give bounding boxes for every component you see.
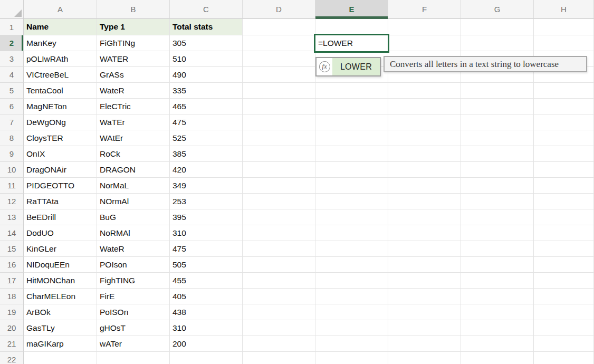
row-header-8[interactable]: 8 (0, 130, 24, 146)
cell-C19[interactable]: 438 (170, 304, 243, 320)
cell-F12[interactable] (388, 194, 461, 209)
cell-G14[interactable] (461, 225, 534, 241)
cell-C17[interactable]: 455 (170, 273, 243, 289)
row-header-3[interactable]: 3 (0, 51, 24, 67)
cell-A13[interactable]: BeEDrill (24, 209, 97, 225)
column-header-H[interactable]: H (534, 0, 594, 19)
cell-A16[interactable]: NIDoquEEn (24, 257, 97, 273)
cell-A15[interactable]: KinGLer (24, 241, 97, 257)
cell-C1[interactable]: Total stats (170, 19, 243, 35)
select-all-corner[interactable] (0, 0, 24, 19)
cell-B15[interactable]: WateR (97, 241, 170, 257)
cell-C2[interactable]: 305 (170, 35, 243, 51)
cell-H22[interactable] (534, 352, 594, 364)
cell-A18[interactable]: CharMELEon (24, 289, 97, 304)
cell-H7[interactable] (534, 114, 594, 130)
cell-F19[interactable] (388, 304, 461, 320)
cell-B5[interactable]: WateR (97, 83, 170, 99)
cell-A2[interactable]: ManKey (24, 35, 97, 51)
cell-E7[interactable] (315, 114, 388, 130)
cell-D12[interactable] (243, 194, 315, 209)
cell-F2[interactable] (388, 35, 461, 51)
cell-H20[interactable] (534, 320, 594, 336)
cell-E15[interactable] (315, 241, 388, 257)
row-header-14[interactable]: 14 (0, 225, 24, 241)
row-header-21[interactable]: 21 (0, 336, 24, 352)
cell-B11[interactable]: NorMaL (97, 178, 170, 194)
cell-A10[interactable]: DragONAir (24, 162, 97, 178)
cell-C16[interactable]: 505 (170, 257, 243, 273)
cell-G15[interactable] (461, 241, 534, 257)
cell-C6[interactable]: 465 (170, 99, 243, 114)
cell-A6[interactable]: MagNETon (24, 99, 97, 114)
cell-B16[interactable]: POIson (97, 257, 170, 273)
cell-F8[interactable] (388, 130, 461, 146)
cell-D6[interactable] (243, 99, 315, 114)
cell-C14[interactable]: 310 (170, 225, 243, 241)
row-header-17[interactable]: 17 (0, 273, 24, 289)
cell-A4[interactable]: VICtreeBeL (24, 67, 97, 83)
cell-E17[interactable] (315, 273, 388, 289)
cell-F11[interactable] (388, 178, 461, 194)
cell-B18[interactable]: FirE (97, 289, 170, 304)
cell-G1[interactable] (461, 19, 534, 35)
cell-H8[interactable] (534, 130, 594, 146)
cell-E20[interactable] (315, 320, 388, 336)
cell-H14[interactable] (534, 225, 594, 241)
row-header-6[interactable]: 6 (0, 99, 24, 114)
cell-D15[interactable] (243, 241, 315, 257)
cell-D10[interactable] (243, 162, 315, 178)
cell-B10[interactable]: DRAGON (97, 162, 170, 178)
cell-G10[interactable] (461, 162, 534, 178)
column-header-B[interactable]: B (97, 0, 170, 19)
cell-A17[interactable]: HitMONChan (24, 273, 97, 289)
cell-G12[interactable] (461, 194, 534, 209)
cell-D2[interactable] (243, 35, 315, 51)
cell-F16[interactable] (388, 257, 461, 273)
cell-C20[interactable]: 310 (170, 320, 243, 336)
row-header-7[interactable]: 7 (0, 114, 24, 130)
cell-E19[interactable] (315, 304, 388, 320)
row-header-19[interactable]: 19 (0, 304, 24, 320)
cell-A3[interactable]: pOLIwRAth (24, 51, 97, 67)
row-header-2[interactable]: 2 (0, 35, 24, 51)
cell-F1[interactable] (388, 19, 461, 35)
cell-E13[interactable] (315, 209, 388, 225)
cell-C5[interactable]: 335 (170, 83, 243, 99)
cell-G5[interactable] (461, 83, 534, 99)
cell-A22[interactable] (24, 352, 97, 364)
row-header-1[interactable]: 1 (0, 19, 24, 35)
cell-H21[interactable] (534, 336, 594, 352)
cell-G13[interactable] (461, 209, 534, 225)
cell-D13[interactable] (243, 209, 315, 225)
cell-E11[interactable] (315, 178, 388, 194)
cell-G7[interactable] (461, 114, 534, 130)
row-header-18[interactable]: 18 (0, 289, 24, 304)
cell-G17[interactable] (461, 273, 534, 289)
cell-C10[interactable]: 420 (170, 162, 243, 178)
cell-A12[interactable]: RaTTAta (24, 194, 97, 209)
cell-F15[interactable] (388, 241, 461, 257)
cell-C15[interactable]: 475 (170, 241, 243, 257)
cell-H9[interactable] (534, 146, 594, 162)
row-header-16[interactable]: 16 (0, 257, 24, 273)
cell-E8[interactable] (315, 130, 388, 146)
cell-C18[interactable]: 405 (170, 289, 243, 304)
cell-F14[interactable] (388, 225, 461, 241)
cell-A14[interactable]: DodUO (24, 225, 97, 241)
cell-H15[interactable] (534, 241, 594, 257)
cell-B12[interactable]: NOrmAl (97, 194, 170, 209)
cell-H19[interactable] (534, 304, 594, 320)
cell-D21[interactable] (243, 336, 315, 352)
autocomplete-item-lower[interactable]: fx LOWER (317, 58, 380, 75)
row-header-5[interactable]: 5 (0, 83, 24, 99)
cell-D7[interactable] (243, 114, 315, 130)
cell-H16[interactable] (534, 257, 594, 273)
cell-E1[interactable] (315, 19, 388, 35)
row-header-13[interactable]: 13 (0, 209, 24, 225)
column-header-A[interactable]: A (24, 0, 97, 19)
cell-H10[interactable] (534, 162, 594, 178)
cell-G19[interactable] (461, 304, 534, 320)
column-header-C[interactable]: C (170, 0, 243, 19)
cell-D19[interactable] (243, 304, 315, 320)
